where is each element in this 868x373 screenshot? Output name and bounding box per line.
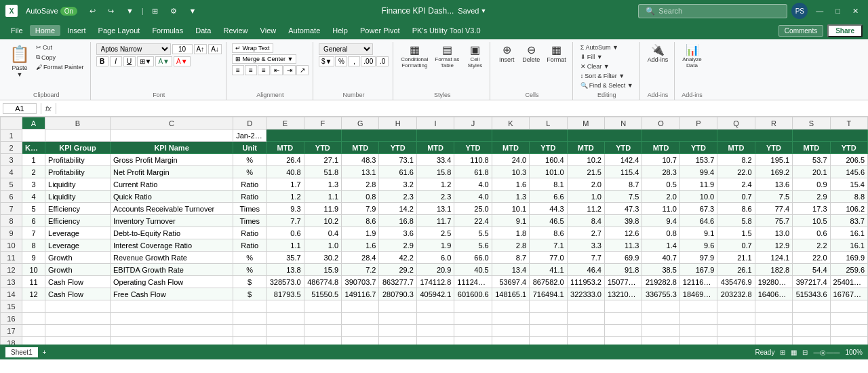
cell-5-7[interactable]: 2.8 — [342, 178, 379, 191]
font-color-button[interactable]: A▼ — [174, 56, 191, 66]
cell-4-10[interactable]: 61.8 — [454, 166, 492, 178]
cell-11-3[interactable]: Revenue Growth Rate — [110, 252, 233, 264]
customize-qat-button[interactable]: ▼ — [122, 5, 138, 16]
cell-2-2[interactable]: KPI Group — [45, 142, 111, 154]
cell-4-1[interactable]: 2 — [22, 166, 45, 178]
cell-16-7[interactable] — [342, 313, 379, 325]
cell-15-16[interactable] — [679, 300, 717, 313]
bold-button[interactable]: B — [96, 56, 108, 66]
cell-15-17[interactable] — [717, 300, 755, 313]
cell-5-17[interactable]: 2.4 — [717, 178, 755, 191]
cell-13-2[interactable]: Cash Flow — [45, 276, 111, 288]
cell-10-16[interactable]: 9.6 — [679, 239, 717, 252]
cell-9-11[interactable]: 1.8 — [492, 227, 529, 239]
cell-16-14[interactable] — [604, 313, 642, 325]
row-header-9[interactable]: 9 — [1, 227, 22, 239]
cell-18-3[interactable] — [110, 337, 233, 345]
comma-button[interactable]: , — [348, 56, 360, 66]
cell-9-15[interactable]: 0.8 — [642, 227, 679, 239]
cell-14-6[interactable]: 51550.5 — [304, 288, 341, 300]
cell-12-7[interactable]: 7.2 — [342, 264, 379, 276]
cell-14-5[interactable]: 81793.5 — [267, 288, 304, 300]
cell-11-17[interactable]: 21.1 — [717, 252, 755, 264]
cell-10-10[interactable]: 5.6 — [454, 239, 492, 252]
cell-16-15[interactable] — [642, 313, 679, 325]
cell-12-14[interactable]: 91.8 — [604, 264, 642, 276]
undo-button[interactable]: ↩ — [85, 5, 100, 17]
cell-8-2[interactable]: Efficiency — [45, 215, 111, 227]
cell-15-5[interactable] — [267, 300, 304, 313]
cell-2-9[interactable]: MTD — [416, 142, 454, 154]
cell-10-17[interactable]: 0.7 — [717, 239, 755, 252]
row-header-18[interactable]: 18 — [1, 337, 22, 345]
cell-5-16[interactable]: 11.9 — [679, 178, 717, 191]
cell-2-3[interactable]: KPI Name — [110, 142, 233, 154]
cell-18-15[interactable] — [642, 337, 679, 345]
cell-11-16[interactable]: 97.9 — [679, 252, 717, 264]
menu-formulas[interactable]: Formulas — [146, 25, 189, 36]
cell-16-4[interactable] — [233, 313, 267, 325]
cell-12-15[interactable]: 38.5 — [642, 264, 679, 276]
cell-7-11[interactable]: 10.1 — [492, 203, 529, 215]
cell-15-2[interactable] — [45, 300, 111, 313]
cell-4-7[interactable]: 13.1 — [342, 166, 379, 178]
cell-6-2[interactable]: Liquidity — [45, 191, 111, 203]
cell-7-18[interactable]: 77.4 — [755, 203, 792, 215]
row-header-5[interactable]: 5 — [1, 178, 22, 191]
cell-7-13[interactable]: 11.2 — [567, 203, 604, 215]
cell-reference-input[interactable] — [3, 103, 37, 114]
sort-filter-button[interactable]: ↕ Sort & Filter ▼ — [578, 72, 627, 80]
cell-5-15[interactable]: 0.5 — [642, 178, 679, 191]
cell-12-20[interactable]: 259.6 — [830, 264, 867, 276]
cell-5-12[interactable]: 8.1 — [530, 178, 567, 191]
font-size-input[interactable] — [172, 44, 193, 54]
row-header-13[interactable]: 13 — [1, 276, 22, 288]
cell-13-11[interactable]: 53697.4 — [492, 276, 529, 288]
align-right-button[interactable]: ≡ — [258, 65, 270, 75]
cell-4-4[interactable]: % — [233, 166, 267, 178]
menu-review[interactable]: Review — [218, 25, 253, 36]
cell-6-9[interactable]: 2.3 — [416, 191, 454, 203]
cell-13-20[interactable]: 2540197.9 — [830, 276, 867, 288]
cell-6-20[interactable]: 8.8 — [830, 191, 867, 203]
cell-17-20[interactable] — [830, 325, 867, 337]
row-header-16[interactable]: 16 — [1, 313, 22, 325]
cell-2-17[interactable]: MTD — [717, 142, 755, 154]
cell-5-8[interactable]: 3.2 — [379, 178, 416, 191]
cell-8-15[interactable]: 9.4 — [642, 215, 679, 227]
cell-9-13[interactable]: 2.7 — [567, 227, 604, 239]
cell-2-13[interactable]: MTD — [567, 142, 604, 154]
cell-5-6[interactable]: 1.3 — [304, 178, 341, 191]
cell-11-10[interactable]: 66.0 — [454, 252, 492, 264]
cell-6-5[interactable]: 1.2 — [267, 191, 304, 203]
menu-file[interactable]: File — [5, 25, 28, 36]
col-header-D[interactable]: D — [233, 117, 267, 130]
cell-2-6[interactable]: YTD — [304, 142, 341, 154]
cell-5-13[interactable]: 2.0 — [567, 178, 604, 191]
cell-11-8[interactable]: 42.2 — [379, 252, 416, 264]
cell-12-18[interactable]: 182.8 — [755, 264, 792, 276]
cell-5-18[interactable]: 13.6 — [755, 178, 792, 191]
cell-9-12[interactable]: 8.6 — [530, 227, 567, 239]
increase-font-button[interactable]: A↑ — [194, 44, 208, 54]
cell-7-12[interactable]: 44.3 — [530, 203, 567, 215]
cell-8-20[interactable]: 83.7 — [830, 215, 867, 227]
more-tools-button[interactable]: ⚙ — [166, 5, 181, 17]
cell-18-2[interactable] — [45, 337, 111, 345]
cell-10-12[interactable]: 7.1 — [530, 239, 567, 252]
cell-2-8[interactable]: YTD — [379, 142, 416, 154]
cell-14-14[interactable]: 1321083.3 — [604, 288, 642, 300]
menu-page-layout[interactable]: Page Layout — [93, 25, 146, 36]
cell-16-19[interactable] — [793, 313, 830, 325]
cell-14-20[interactable]: 1676751.3 — [830, 288, 867, 300]
cell-17-8[interactable] — [379, 325, 416, 337]
cell-10-2[interactable]: Leverage — [45, 239, 111, 252]
menu-insert[interactable]: Insert — [62, 25, 92, 36]
cell-18-11[interactable] — [492, 337, 529, 345]
cell-2-18[interactable]: YTD — [755, 142, 792, 154]
insert-cell-button[interactable]: ⊕ Insert — [496, 43, 517, 64]
cell-15-7[interactable] — [342, 300, 379, 313]
col-header-J[interactable]: J — [454, 117, 492, 130]
cell-13-5[interactable]: 328573.0 — [267, 276, 304, 288]
cell-14-19[interactable]: 515343.6 — [793, 288, 830, 300]
